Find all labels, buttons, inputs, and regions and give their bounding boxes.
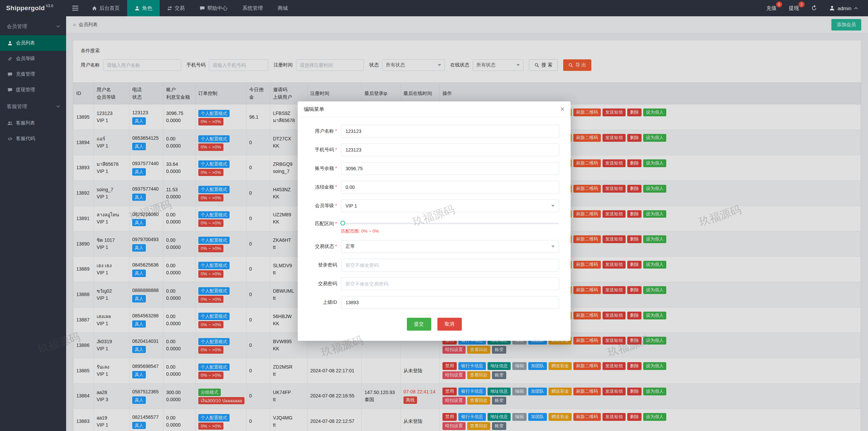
modal-body: 用户名称 *手机号码 *账号余额 *冻结金额 *会员等级 *VIP 1匹配区间 …	[298, 117, 571, 309]
modal-input-balance[interactable]	[341, 162, 559, 175]
submit-button[interactable]: 提交	[407, 318, 431, 331]
modal-field-trade-password: 交易密码	[300, 277, 559, 290]
modal-field-parent-id: 上级ID	[300, 296, 559, 309]
modal-field-label: 账号余额 *	[300, 165, 341, 172]
modal-title: 编辑菜单	[304, 106, 324, 113]
modal-field-label: 用户名称 *	[300, 128, 341, 134]
modal-header: 编辑菜单 ×	[298, 101, 571, 117]
select-value: VIP 1	[346, 203, 357, 209]
modal-field-phone: 手机号码 *	[300, 143, 559, 156]
slider-handle[interactable]	[340, 221, 345, 226]
modal-field-label: 冻结金额 *	[300, 184, 341, 190]
modal-input-phone[interactable]	[341, 143, 559, 156]
modal-footer: 提交 取消	[298, 318, 571, 331]
modal-field-label: 手机号码 *	[300, 147, 341, 153]
modal-field-label: 会员等级 *	[300, 203, 341, 209]
slider-track[interactable]	[341, 223, 559, 224]
match-range-slider: 匹配范围: 0% ~ 0%	[341, 218, 559, 234]
modal-field-match-range: 匹配区间 *匹配范围: 0% ~ 0%	[300, 218, 559, 234]
edit-member-modal: 编辑菜单 × 用户名称 *手机号码 *账号余额 *冻结金额 *会员等级 *VIP…	[298, 101, 571, 341]
required-asterisk: *	[334, 243, 337, 249]
required-asterisk: *	[334, 203, 337, 208]
modal-field-balance: 账号余额 *	[300, 162, 559, 175]
select-value: 正常	[346, 243, 355, 250]
modal-input-login-password[interactable]	[341, 259, 559, 272]
modal-field-frozen: 冻结金额 *	[300, 181, 559, 194]
caret-down-icon	[551, 205, 555, 207]
modal-input-parent-id[interactable]	[341, 296, 559, 309]
modal-field-label: 交易密码	[300, 281, 341, 287]
modal-field-label: 上级ID	[300, 299, 341, 306]
app-root: Shippergold V3.0 后台首页角色交易帮助中心系统管理商城 充值 6…	[0, 0, 868, 431]
modal-select-trade-status[interactable]: 正常	[341, 240, 559, 253]
modal-field-username: 用户名称 *	[300, 125, 559, 138]
required-asterisk: *	[334, 128, 337, 134]
modal-input-frozen[interactable]	[341, 181, 559, 194]
modal-field-trade-status: 交易状态 *正常	[300, 240, 559, 253]
modal-field-label: 登录密码	[300, 262, 341, 268]
required-asterisk: *	[334, 165, 337, 171]
modal-field-login-password: 登录密码	[300, 259, 559, 272]
caret-down-icon	[551, 246, 555, 248]
modal-field-level: 会员等级 *VIP 1	[300, 199, 559, 212]
required-asterisk: *	[334, 221, 337, 226]
modal-field-label: 交易状态 *	[300, 243, 341, 250]
modal-select-level[interactable]: VIP 1	[341, 199, 559, 212]
modal-input-username[interactable]	[341, 125, 559, 138]
modal-field-label: 匹配区间 *	[300, 221, 341, 227]
required-asterisk: *	[334, 147, 337, 152]
match-range-hint: 匹配范围: 0% ~ 0%	[341, 228, 559, 234]
required-asterisk: *	[334, 184, 337, 190]
close-icon[interactable]: ×	[560, 105, 565, 113]
cancel-button[interactable]: 取消	[437, 318, 462, 331]
modal-input-trade-password[interactable]	[341, 277, 559, 290]
